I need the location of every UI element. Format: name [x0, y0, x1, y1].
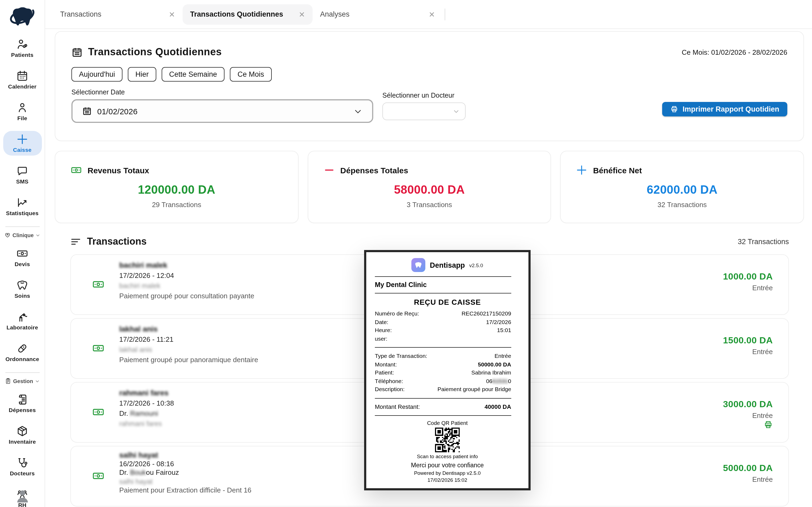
capsule-icon [16, 342, 29, 355]
receipt-field-label: Type de Transaction: [375, 352, 427, 360]
filter-this-week-button[interactable]: Cette Semaine [162, 67, 225, 81]
chevron-down-icon [453, 108, 460, 115]
app-window: Patients Calendrier File [0, 0, 812, 507]
banknote-icon [70, 164, 82, 176]
remaining-value: 40000 DA [485, 403, 511, 411]
close-icon[interactable]: ✕ [299, 10, 305, 18]
sidebar-item-laboratoire[interactable]: Laboratoire [3, 308, 42, 333]
sidebar-item-patients[interactable]: Patients [3, 36, 42, 61]
close-icon[interactable]: ✕ [169, 10, 175, 18]
section-label: Gestion [13, 378, 33, 384]
quick-filters: Aujourd'hui Hier Cette Semaine Ce Mois [71, 67, 787, 81]
sidebar-item-devis[interactable]: Devis [3, 245, 42, 270]
card-count: 29 Transactions [70, 201, 283, 209]
chevron-down-icon [35, 379, 40, 383]
tab-divider [445, 8, 445, 20]
transaction-amount: 3000.00 DA [723, 399, 773, 410]
receipt-patient-value: Sabrina Ibrahim [471, 369, 511, 377]
tab-label: Transactions [60, 10, 101, 18]
patient-subname: bachiri malek [119, 281, 254, 291]
sidebar-item-statistiques[interactable]: Statistiques [3, 194, 42, 219]
card-label: Bénéfice Net [593, 166, 642, 175]
tab-transactions-quotidiennes[interactable]: Transactions Quotidiennes ✕ [183, 4, 313, 24]
transactions-count: 32 Transactions [738, 238, 789, 246]
user-avatar-icon[interactable] [14, 487, 30, 505]
patient-name: lakhal anis [119, 324, 258, 334]
sidebar-section-clinique[interactable]: Clinique [5, 232, 40, 238]
sidebar-item-label: Docteurs [10, 470, 35, 476]
sidebar-item-inventaire[interactable]: Inventaire [3, 423, 42, 447]
sidebar-section-gestion[interactable]: Gestion [5, 378, 40, 384]
sidebar-item-file[interactable]: File [3, 99, 42, 124]
heart-pulse-icon [5, 232, 11, 238]
tab-label: Analyses [320, 10, 350, 18]
summary-cards: Revenus Totaux 120000.00 DA 29 Transacti… [55, 151, 804, 223]
transaction-amount: 5000.00 DA [723, 463, 773, 474]
patient-name: salhi hayat [119, 451, 251, 459]
cash-receipt-modal: Dentisapp v2.5.0 My Dental Clinic REÇU D… [364, 250, 530, 490]
sidebar-item-sms[interactable]: SMS [3, 163, 42, 187]
banknote-icon [92, 406, 105, 418]
sidebar-item-docteurs[interactable]: Docteurs [3, 454, 42, 479]
patient-name: rahmani fares [119, 388, 174, 398]
date-value: 01/02/2026 [97, 107, 138, 116]
calendar-icon [16, 70, 29, 82]
chevron-down-icon [35, 233, 40, 237]
print-daily-report-button[interactable]: Imprimer Rapport Quotidien [662, 102, 787, 116]
calendar-icon [82, 106, 92, 116]
patient-subname: rahmani fares [119, 418, 174, 429]
sidebar-item-soins[interactable]: Soins [3, 277, 42, 301]
sidebar-item-label: Patients [11, 52, 33, 58]
date-picker[interactable]: 01/02/2026 [71, 99, 373, 123]
receipt-field-label: Téléphone: [375, 377, 403, 385]
printer-icon [670, 105, 678, 113]
tab-analyses[interactable]: Analyses ✕ [313, 4, 443, 24]
doctor-name: Dr. Ramouni [119, 408, 174, 418]
qr-caption: Scan to access patient info [375, 453, 520, 459]
patient-qr-code [435, 428, 460, 452]
receipt-amount-value: 50000.00 DA [478, 360, 511, 369]
plus-icon [16, 133, 29, 146]
receipt-field-label: Numéro de Reçu: [375, 309, 419, 318]
filter-this-month-button[interactable]: Ce Mois [230, 67, 271, 81]
sidebar-divider [5, 226, 40, 227]
sidebar-item-label: Calendrier [8, 83, 37, 90]
card-count: 32 Transactions [576, 201, 789, 209]
sidebar-item-depenses[interactable]: Dépenses [3, 391, 42, 416]
sidebar-item-ordonnance[interactable]: Ordonnance [3, 340, 42, 365]
daily-transactions-header-card: Transactions Quotidiennes Ce Mois: 01/02… [55, 31, 804, 141]
card-amount: 120000.00 DA [70, 183, 283, 197]
clipboard-icon [5, 378, 11, 384]
revenue-card: Revenus Totaux 120000.00 DA 29 Transacti… [55, 151, 298, 223]
tab-label: Transactions Quotidiennes [190, 10, 283, 18]
receipt-field-value: 15:01 [497, 326, 511, 335]
print-receipt-icon[interactable] [764, 420, 773, 429]
close-icon[interactable]: ✕ [429, 10, 435, 18]
receipt-divider [375, 347, 511, 348]
calendar-icon [71, 46, 83, 58]
card-amount: 62000.00 DA [576, 183, 789, 197]
section-label: Clinique [13, 232, 34, 238]
filter-yesterday-button[interactable]: Hier [128, 67, 156, 81]
sidebar-item-label: Soins [14, 292, 30, 299]
filter-today-button[interactable]: Aujourd'hui [71, 67, 122, 81]
clinic-name: My Dental Clinic [375, 281, 520, 289]
receipt-field-label: Patient: [375, 369, 394, 377]
transaction-description: Paiement groupé pour panoramique dentair… [119, 355, 258, 365]
sidebar-item-caisse[interactable]: Caisse [3, 131, 42, 156]
transaction-datetime: 17/2/2026 - 11:21 [119, 334, 258, 344]
sidebar-item-label: Inventaire [9, 438, 36, 445]
patients-icon [16, 38, 29, 50]
powered-by: Powered by Dentisapp v2.5.0 [375, 470, 520, 476]
card-amount: 58000.00 DA [323, 183, 536, 197]
sidebar-item-label: SMS [16, 178, 29, 184]
doctor-select[interactable] [383, 103, 466, 120]
transaction-direction: Entrée [723, 284, 773, 292]
tab-transactions[interactable]: Transactions ✕ [53, 4, 183, 24]
receipt-timestamp: 17/02/2026 15:02 [375, 477, 520, 483]
sidebar-item-calendrier[interactable]: Calendrier [3, 68, 42, 92]
page-title: Transactions Quotidiennes [88, 46, 222, 58]
transaction-datetime: 17/2/2026 - 10:38 [119, 398, 174, 408]
sidebar-item-label: Devis [14, 261, 30, 267]
patient-subname: salhi hayat [119, 477, 251, 486]
